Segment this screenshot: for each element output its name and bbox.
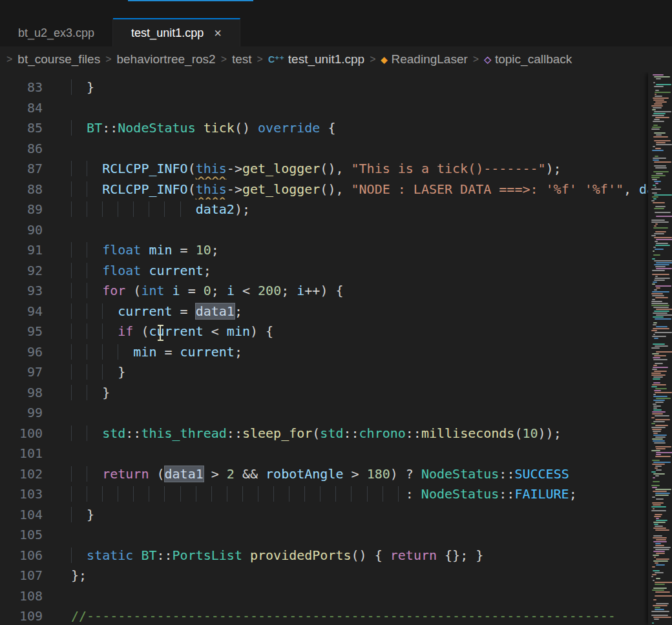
line-number: 87 [0,159,43,179]
code-line[interactable]: 92 float current; [0,261,672,282]
code-line[interactable]: 105 [0,525,672,546]
line-number: 101 [0,444,43,464]
chevron-right-icon: > [105,54,111,65]
code-line[interactable]: 84 [0,98,672,119]
code-line[interactable]: 106 static BT::PortsList providedPorts()… [0,546,672,566]
code-text: for (int i = 0; i < 200; i++) { [43,281,672,302]
line-number: 99 [0,403,43,424]
breadcrumb-label: ReadingLaser [392,52,468,67]
code-line[interactable]: 88 RCLCPP_INFO(this->get_logger(), "NODE… [0,179,672,200]
line-number: 85 [0,118,43,139]
code-text [43,98,672,119]
chevron-right-icon: > [257,54,263,65]
breadcrumb-item-test[interactable]: test [232,52,252,67]
editor[interactable]: 83 }8485 BT::NodeStatus tick() override … [0,72,672,625]
code-line[interactable]: 86 [0,139,672,159]
tab-label: test_unit1.cpp [131,26,204,40]
code-line[interactable]: 108 [0,586,672,607]
line-number: 103 [0,484,43,505]
line-number: 105 [0,525,43,546]
code-line[interactable]: 90 [0,220,672,241]
code-text: } [43,505,672,526]
line-number: 104 [0,505,43,526]
line-number: 98 [0,383,43,404]
line-number: 83 [0,77,43,98]
minimap[interactable] [648,72,672,625]
code-line[interactable]: 97 } [0,362,672,383]
line-number: 89 [0,200,43,220]
breadcrumb: > bt_course_files > behaviortree_ros2 > … [0,46,672,72]
code-text: RCLCPP_INFO(this->get_logger(), "NODE : … [43,179,672,200]
code-text: float min = 10; [43,240,672,261]
code-line[interactable]: 89 data2); [0,200,672,220]
code-line[interactable]: 83 } [0,77,672,98]
code-text: static BT::PortsList providedPorts() { r… [43,546,672,566]
code-line[interactable]: 98 } [0,383,672,404]
code-line[interactable]: 85 BT::NodeStatus tick() override { [0,118,672,139]
code-line[interactable]: 87 RCLCPP_INFO(this->get_logger(), "This… [0,159,672,179]
chevron-right-icon: > [221,54,227,65]
close-icon[interactable]: × [214,26,222,39]
breadcrumb-label: test [232,52,252,67]
breadcrumb-item-readinglaser[interactable]: ◆ ReadingLaser [381,52,468,67]
line-number: 97 [0,362,43,383]
tab-label: bt_u2_ex3.cpp [18,26,94,40]
code-line[interactable]: 91 float min = 10; [0,240,672,261]
cpp-file-icon: C⁺⁺ [268,55,284,64]
code-line[interactable]: 101 [0,444,672,464]
code-line[interactable]: 95 if (current < min) { [0,322,672,342]
code-text [43,525,672,546]
code-line[interactable]: 103 : NodeStatus::FAILURE; [0,484,672,505]
breadcrumb-item-topic-callback[interactable]: ◇ topic_callback [484,52,572,67]
code-text: std::this_thread::sleep_for(std::chrono:… [43,424,672,444]
code-line[interactable]: 104 } [0,505,672,526]
tab-bt-u2-ex3[interactable]: bt_u2_ex3.cpp [0,18,113,46]
chevron-right-icon: > [370,54,375,65]
line-number: 109 [0,606,43,625]
line-number: 95 [0,322,43,342]
code-text [43,139,672,159]
code-line[interactable]: 102 return (data1 > 2 && robotAngle > 18… [0,464,672,485]
code-text: min = current; [43,342,672,363]
code-text: float current; [43,261,672,282]
code-text: //--------------------------------------… [43,606,672,625]
line-number: 93 [0,281,43,302]
code-text: } [43,383,672,404]
code-text: if (current < min) { [43,322,672,342]
active-tab-top-accent [128,0,253,1]
line-number: 106 [0,546,43,566]
code-text [43,403,672,424]
line-number: 107 [0,566,43,586]
code-line[interactable]: 109//-----------------------------------… [0,606,672,625]
breadcrumb-item-bt-course-files[interactable]: bt_course_files [17,52,100,67]
code-line[interactable]: 100 std::this_thread::sleep_for(std::chr… [0,424,672,444]
code-line[interactable]: 107}; [0,566,672,586]
line-number: 84 [0,98,43,119]
code-line[interactable]: 94 current = data1; [0,302,672,322]
line-number: 100 [0,424,43,444]
breadcrumb-label: test_unit1.cpp [288,52,364,67]
tab-bar: bt_u2_ex3.cpp test_unit1.cpp × [0,0,672,46]
code-line[interactable]: 99 [0,403,672,424]
line-number: 91 [0,240,43,261]
tab-test-unit1[interactable]: test_unit1.cpp × [113,18,240,46]
code-text [43,444,672,464]
breadcrumb-label: bt_course_files [17,52,100,67]
breadcrumb-item-test-unit1-cpp[interactable]: C⁺⁺ test_unit1.cpp [268,52,364,67]
breadcrumb-label: behaviortree_ros2 [116,52,215,67]
line-number: 88 [0,179,43,200]
breadcrumb-item-behaviortree-ros2[interactable]: behaviortree_ros2 [116,52,215,67]
class-symbol-icon: ◆ [381,56,388,64]
code-text: }; [43,566,672,586]
line-number: 96 [0,342,43,363]
method-symbol-icon: ◇ [484,55,491,64]
code-text: } [43,362,672,383]
code-line[interactable]: 93 for (int i = 0; i < 200; i++) { [0,281,672,302]
code-text [43,586,672,607]
code-line[interactable]: 96 min = current; [0,342,672,363]
breadcrumb-label: topic_callback [495,52,572,67]
code-text: current = data1; [43,302,672,322]
code-text [43,220,672,241]
line-number: 92 [0,261,43,282]
code-lines: 83 }8485 BT::NodeStatus tick() override … [0,72,672,625]
